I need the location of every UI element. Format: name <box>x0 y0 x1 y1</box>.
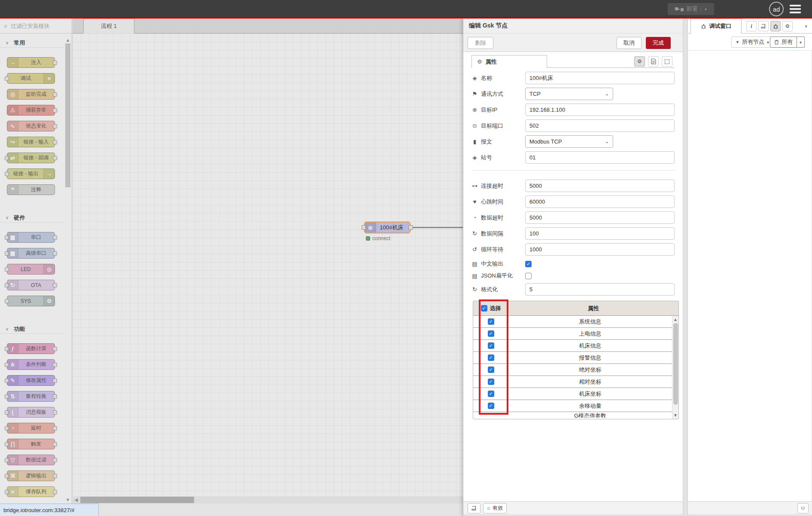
scroll-down-icon[interactable]: ▼ <box>672 413 678 418</box>
palette-node[interactable]: ⚠捕获异常 <box>7 105 55 116</box>
palette-node[interactable]: ≡调试 <box>7 73 55 84</box>
debug-filter-button[interactable]: ▼ 所有节点 ▾ <box>731 37 773 48</box>
field-select-报文[interactable]: Modbus TCP⌄ <box>525 135 613 148</box>
palette-node[interactable]: ∿状态变化 <box>7 121 55 131</box>
link-in-icon: ↪ <box>7 137 18 147</box>
open-debug-window-button[interactable] <box>797 503 809 513</box>
palette-category-header[interactable]: ∨常用 <box>0 38 64 48</box>
palette-node[interactable]: ◎LED <box>7 264 55 275</box>
palette-node[interactable]: ▦串口 <box>7 232 55 243</box>
palette-node[interactable]: ⇄链接 - 回调 <box>7 153 55 163</box>
clear-options-chevron-icon[interactable]: ▾ <box>797 37 805 48</box>
field-input-目标IP[interactable] <box>525 104 675 116</box>
row-checkbox[interactable]: ✓ <box>488 379 494 385</box>
row-checkbox[interactable]: ✓ <box>488 342 494 349</box>
field-input-数据间隔[interactable] <box>525 227 675 240</box>
done-button[interactable]: 完成 <box>646 37 671 49</box>
palette-node[interactable]: ⌘逻辑输出 <box>7 470 55 481</box>
palette-node[interactable]: ↻OTA <box>7 280 55 290</box>
hscroll-thumb[interactable] <box>80 497 194 503</box>
sidebar-separator[interactable] <box>683 18 688 516</box>
scroll-up-icon[interactable]: ▲ <box>65 37 71 43</box>
table-scrollbar-thumb[interactable] <box>673 323 678 405</box>
field-input-格式化[interactable] <box>525 283 675 296</box>
palette-node[interactable]: ❝注释 <box>7 184 55 195</box>
node-output-port <box>53 458 57 462</box>
sidebar-collapse-chevron-icon[interactable]: ▾ <box>805 24 807 29</box>
palette-node[interactable]: ƒ函数计算 <box>7 343 55 354</box>
field-input-站号[interactable] <box>525 151 675 164</box>
node-appearance-button[interactable] <box>662 56 672 67</box>
deploy-button[interactable]: 部署 ▾ <box>668 3 714 15</box>
palette-category-header[interactable]: ∨功能 <box>0 324 64 334</box>
palette-node[interactable]: ⚙SYS <box>7 296 55 306</box>
inject-icon: → <box>7 58 18 67</box>
clear-debug-button[interactable]: 所有 <box>770 37 797 48</box>
row-checkbox[interactable]: ✓ <box>488 354 494 361</box>
debug-sidebar-button[interactable] <box>770 21 781 31</box>
flow-tab[interactable]: 流程 1 <box>83 18 134 34</box>
node-output-port <box>53 410 57 415</box>
palette-node[interactable]: ▦高级串口 <box>7 248 55 259</box>
palette-scrollbar[interactable]: ▲ ▼ <box>65 37 71 502</box>
delete-button[interactable]: 删除 <box>468 37 493 49</box>
row-select-cell: ✓ <box>473 391 508 397</box>
field-select-通讯方式[interactable]: TCP⌄ <box>525 88 613 100</box>
row-checkbox[interactable]: ✓ <box>488 366 494 373</box>
row-checkbox[interactable]: ✓ <box>488 403 494 409</box>
node-output-port[interactable] <box>408 225 413 230</box>
field-checkbox-中文输出[interactable]: ✓ <box>525 261 532 267</box>
palette-search-input[interactable] <box>11 23 62 29</box>
field-checkbox-JSON扁平化[interactable] <box>525 273 532 279</box>
gsk-node[interactable]: ⊛ 100#机床 <box>364 222 411 233</box>
field-label: ◈名称 <box>471 74 525 82</box>
main-menu-button[interactable] <box>790 5 801 13</box>
field-input-心跳时间[interactable] <box>525 195 675 208</box>
palette-node[interactable]: →注入 <box>7 57 55 68</box>
node-wire[interactable] <box>410 227 463 228</box>
palette-node[interactable]: ∏触发 <box>7 439 55 449</box>
row-checkbox[interactable]: ✓ <box>488 318 494 325</box>
field-input-数据超时[interactable] <box>525 211 675 224</box>
select-all-checkbox[interactable]: ✓ <box>481 305 487 311</box>
scroll-up-icon[interactable]: ▲ <box>672 317 678 322</box>
config-sidebar-button[interactable]: ⚙ <box>782 21 793 31</box>
palette-node[interactable]: ↪链接 - 输入 <box>7 137 55 147</box>
node-description-button[interactable] <box>648 56 659 67</box>
palette-node[interactable]: →链接 - 输出 <box>7 168 55 179</box>
palette-node[interactable]: ⋔条件判断 <box>7 359 55 370</box>
palette-node[interactable]: ▽数据过滤 <box>7 455 55 465</box>
palette-node[interactable]: ✎修改属性 <box>7 375 55 386</box>
palette-node[interactable]: ◎监听完成 <box>7 89 55 100</box>
palette-node[interactable]: {消息模板 <box>7 407 55 418</box>
row-checkbox[interactable]: ✓ <box>488 391 494 397</box>
node-enabled-toggle[interactable]: ○ 有效 <box>483 503 507 513</box>
scroll-down-icon[interactable]: ▼ <box>65 497 71 502</box>
node-settings-button[interactable]: ⚙ <box>634 56 645 67</box>
row-checkbox[interactable]: ✓ <box>488 330 494 337</box>
palette-scrollbar-thumb[interactable] <box>65 43 70 187</box>
node-output-port <box>53 347 57 351</box>
help-sidebar-button[interactable] <box>758 21 769 31</box>
field-input-连接超时[interactable] <box>525 180 675 192</box>
debug-message-list[interactable] <box>688 51 812 501</box>
palette-node[interactable]: ⇅量程转换 <box>7 391 55 402</box>
user-avatar[interactable]: ad <box>769 2 784 16</box>
deploy-options-chevron-icon[interactable]: ▾ <box>701 7 707 12</box>
cancel-button[interactable]: 取消 <box>617 37 642 49</box>
tab-properties[interactable]: ⚙ 属性 <box>471 55 547 68</box>
canvas-horizontal-scrollbar[interactable]: ◀ <box>73 496 463 504</box>
tab-debug-window[interactable]: 调试窗口 <box>690 18 742 34</box>
flow-canvas[interactable]: ⊛ 100#机床 connect <box>73 34 463 496</box>
palette-category-header[interactable]: ∨硬件 <box>0 213 64 223</box>
palette-node[interactable]: ◔延时 <box>7 423 55 434</box>
node-info-book-button[interactable] <box>468 503 481 513</box>
field-input-循环等待[interactable] <box>525 243 675 256</box>
info-sidebar-button[interactable]: i <box>746 21 757 31</box>
palette-node[interactable]: ≡缓存队列 <box>7 486 55 497</box>
debug-clear-group: 所有 ▾ <box>770 37 805 48</box>
table-scrollbar[interactable]: ▲ ▼ <box>672 316 678 419</box>
field-input-目标端口[interactable] <box>525 119 675 132</box>
scroll-left-icon[interactable]: ◀ <box>74 497 78 503</box>
field-input-名称[interactable] <box>525 72 675 84</box>
